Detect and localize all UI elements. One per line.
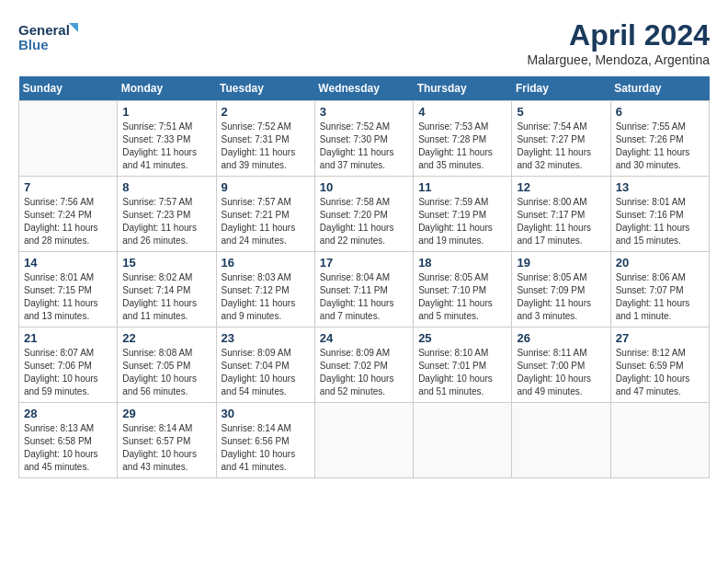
day-info: Sunrise: 8:11 AMSunset: 7:00 PMDaylight:… xyxy=(517,347,605,398)
calendar-cell xyxy=(314,403,413,478)
day-of-week-header: Sunday xyxy=(19,76,118,101)
calendar-cell: 27Sunrise: 8:12 AMSunset: 6:59 PMDayligh… xyxy=(610,327,709,403)
day-of-week-header: Wednesday xyxy=(314,76,413,101)
day-number: 15 xyxy=(122,256,210,270)
day-info: Sunrise: 7:59 AMSunset: 7:19 PMDaylight:… xyxy=(418,196,506,247)
calendar-header-row: SundayMondayTuesdayWednesdayThursdayFrid… xyxy=(19,76,710,101)
day-info: Sunrise: 8:00 AMSunset: 7:17 PMDaylight:… xyxy=(517,196,605,247)
calendar-cell: 18Sunrise: 8:05 AMSunset: 7:10 PMDayligh… xyxy=(414,252,512,327)
day-info: Sunrise: 8:09 AMSunset: 7:04 PMDaylight:… xyxy=(222,347,310,398)
day-info: Sunrise: 7:52 AMSunset: 7:30 PMDaylight:… xyxy=(320,121,408,172)
day-number: 13 xyxy=(616,180,704,194)
day-info: Sunrise: 7:52 AMSunset: 7:31 PMDaylight:… xyxy=(222,121,310,172)
location-subtitle: Malarguee, Mendoza, Argentina xyxy=(528,52,710,67)
day-number: 7 xyxy=(24,180,112,194)
day-info: Sunrise: 8:10 AMSunset: 7:01 PMDaylight:… xyxy=(418,347,506,398)
day-number: 28 xyxy=(24,407,112,420)
calendar-cell: 20Sunrise: 8:06 AMSunset: 7:07 PMDayligh… xyxy=(610,252,709,327)
day-number: 8 xyxy=(122,180,210,194)
calendar-cell: 23Sunrise: 8:09 AMSunset: 7:04 PMDayligh… xyxy=(216,327,314,403)
day-number: 4 xyxy=(418,105,506,119)
day-number: 30 xyxy=(222,407,310,420)
calendar-cell: 12Sunrise: 8:00 AMSunset: 7:17 PMDayligh… xyxy=(512,177,610,252)
day-info: Sunrise: 8:12 AMSunset: 6:59 PMDaylight:… xyxy=(616,347,704,398)
calendar-cell: 9Sunrise: 7:57 AMSunset: 7:21 PMDaylight… xyxy=(216,177,314,252)
day-number: 14 xyxy=(24,256,112,270)
day-info: Sunrise: 7:56 AMSunset: 7:24 PMDaylight:… xyxy=(24,196,112,247)
calendar-week-row: 7Sunrise: 7:56 AMSunset: 7:24 PMDaylight… xyxy=(19,177,710,252)
day-info: Sunrise: 8:01 AMSunset: 7:15 PMDaylight:… xyxy=(24,271,112,323)
calendar-cell xyxy=(512,403,610,478)
day-of-week-header: Monday xyxy=(118,76,216,101)
calendar-cell: 24Sunrise: 8:09 AMSunset: 7:02 PMDayligh… xyxy=(314,327,413,403)
day-info: Sunrise: 8:14 AMSunset: 6:57 PMDaylight:… xyxy=(122,422,210,474)
calendar-cell: 8Sunrise: 7:57 AMSunset: 7:23 PMDaylight… xyxy=(118,177,216,252)
day-info: Sunrise: 7:51 AMSunset: 7:33 PMDaylight:… xyxy=(122,121,210,172)
calendar-cell: 29Sunrise: 8:14 AMSunset: 6:57 PMDayligh… xyxy=(118,403,216,478)
day-number: 29 xyxy=(122,407,210,420)
day-info: Sunrise: 7:53 AMSunset: 7:28 PMDaylight:… xyxy=(418,121,506,172)
calendar-cell: 3Sunrise: 7:52 AMSunset: 7:30 PMDaylight… xyxy=(314,101,413,177)
day-info: Sunrise: 8:09 AMSunset: 7:02 PMDaylight:… xyxy=(320,347,408,398)
calendar-cell xyxy=(414,403,512,478)
day-info: Sunrise: 8:05 AMSunset: 7:09 PMDaylight:… xyxy=(517,271,605,323)
day-number: 12 xyxy=(517,180,605,194)
calendar-week-row: 1Sunrise: 7:51 AMSunset: 7:33 PMDaylight… xyxy=(19,101,710,177)
day-info: Sunrise: 8:03 AMSunset: 7:12 PMDaylight:… xyxy=(222,271,310,323)
day-info: Sunrise: 8:07 AMSunset: 7:06 PMDaylight:… xyxy=(24,347,112,398)
day-number: 2 xyxy=(222,105,310,119)
day-number: 6 xyxy=(616,105,704,119)
calendar-cell: 10Sunrise: 7:58 AMSunset: 7:20 PMDayligh… xyxy=(314,177,413,252)
calendar-table: SundayMondayTuesdayWednesdayThursdayFrid… xyxy=(18,76,710,478)
day-info: Sunrise: 8:06 AMSunset: 7:07 PMDaylight:… xyxy=(616,271,704,323)
calendar-cell: 22Sunrise: 8:08 AMSunset: 7:05 PMDayligh… xyxy=(118,327,216,403)
calendar-week-row: 14Sunrise: 8:01 AMSunset: 7:15 PMDayligh… xyxy=(19,252,710,327)
day-number: 24 xyxy=(320,331,408,345)
day-of-week-header: Tuesday xyxy=(216,76,314,101)
day-info: Sunrise: 7:55 AMSunset: 7:26 PMDaylight:… xyxy=(616,121,704,172)
day-info: Sunrise: 7:57 AMSunset: 7:21 PMDaylight:… xyxy=(222,196,310,247)
day-number: 27 xyxy=(616,331,704,345)
day-number: 11 xyxy=(418,180,506,194)
calendar-cell: 7Sunrise: 7:56 AMSunset: 7:24 PMDaylight… xyxy=(19,177,118,252)
calendar-cell: 13Sunrise: 8:01 AMSunset: 7:16 PMDayligh… xyxy=(610,177,709,252)
calendar-cell: 16Sunrise: 8:03 AMSunset: 7:12 PMDayligh… xyxy=(216,252,314,327)
day-info: Sunrise: 7:58 AMSunset: 7:20 PMDaylight:… xyxy=(320,196,408,247)
day-number: 21 xyxy=(24,331,112,345)
day-number: 22 xyxy=(122,331,210,345)
calendar-cell: 11Sunrise: 7:59 AMSunset: 7:19 PMDayligh… xyxy=(414,177,512,252)
calendar-cell: 6Sunrise: 7:55 AMSunset: 7:26 PMDaylight… xyxy=(610,101,709,177)
calendar-cell: 1Sunrise: 7:51 AMSunset: 7:33 PMDaylight… xyxy=(118,101,216,177)
calendar-cell: 28Sunrise: 8:13 AMSunset: 6:58 PMDayligh… xyxy=(19,403,118,478)
day-info: Sunrise: 8:08 AMSunset: 7:05 PMDaylight:… xyxy=(122,347,210,398)
day-number: 26 xyxy=(517,331,605,345)
month-title: April 2024 xyxy=(528,18,710,52)
day-of-week-header: Friday xyxy=(512,76,610,101)
day-number: 5 xyxy=(517,105,605,119)
day-number: 19 xyxy=(517,256,605,270)
svg-text:Blue: Blue xyxy=(18,37,49,52)
calendar-week-row: 28Sunrise: 8:13 AMSunset: 6:58 PMDayligh… xyxy=(19,403,710,478)
day-info: Sunrise: 8:02 AMSunset: 7:14 PMDaylight:… xyxy=(122,271,210,323)
day-info: Sunrise: 8:13 AMSunset: 6:58 PMDaylight:… xyxy=(24,422,112,474)
logo: GeneralBlue xyxy=(18,18,83,55)
calendar-cell: 15Sunrise: 8:02 AMSunset: 7:14 PMDayligh… xyxy=(118,252,216,327)
svg-text:General: General xyxy=(18,22,70,38)
calendar-cell xyxy=(610,403,709,478)
day-info: Sunrise: 8:05 AMSunset: 7:10 PMDaylight:… xyxy=(418,271,506,323)
calendar-cell: 14Sunrise: 8:01 AMSunset: 7:15 PMDayligh… xyxy=(19,252,118,327)
day-number: 3 xyxy=(320,105,408,119)
day-of-week-header: Thursday xyxy=(414,76,512,101)
day-info: Sunrise: 7:57 AMSunset: 7:23 PMDaylight:… xyxy=(122,196,210,247)
day-number: 9 xyxy=(222,180,310,194)
day-number: 18 xyxy=(418,256,506,270)
logo-icon: GeneralBlue xyxy=(18,18,83,55)
day-number: 23 xyxy=(222,331,310,345)
calendar-cell: 19Sunrise: 8:05 AMSunset: 7:09 PMDayligh… xyxy=(512,252,610,327)
day-number: 1 xyxy=(122,105,210,119)
page-header: GeneralBlue April 2024 Malarguee, Mendoz… xyxy=(18,18,710,67)
day-number: 10 xyxy=(320,180,408,194)
day-number: 20 xyxy=(616,256,704,270)
day-number: 25 xyxy=(418,331,506,345)
day-number: 17 xyxy=(320,256,408,270)
